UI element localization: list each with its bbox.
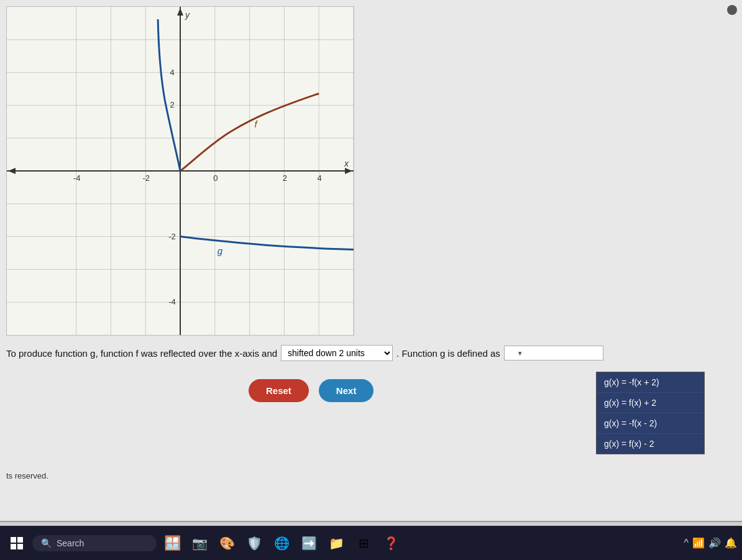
graph-container: y x 4 2 -2 -4 -2 -4 0 2 4 f [6,6,354,336]
buttons-row: Reset Next [249,379,373,402]
graph-svg: y x 4 2 -2 -4 -2 -4 0 2 4 f [7,7,354,335]
dropdown-item-1[interactable]: g(x) = f(x) + 2 [597,393,704,413]
svg-text:4: 4 [170,68,174,77]
svg-text:g: g [218,246,223,256]
dropdown-item-3[interactable]: g(x) = f(x) - 2 [597,434,704,454]
system-tray: ^ 📶 🔊 🔔 [684,537,737,549]
transformation-dropdown[interactable]: shifted down 2 units shifted up 2 units … [281,345,393,361]
svg-text:-2: -2 [168,232,176,241]
svg-text:0: 0 [213,173,218,183]
svg-text:y: y [185,10,190,20]
svg-text:-4: -4 [168,297,176,306]
taskbar-shield[interactable]: 🛡️ [242,531,266,555]
dropdown-item-0[interactable]: g(x) = -f(x + 2) [597,372,704,393]
status-indicator [727,5,737,15]
taskbar-search[interactable]: 🔍 Search [32,535,157,551]
svg-text:-4: -4 [73,173,81,183]
svg-text:2: 2 [283,173,287,183]
tray-notification[interactable]: 🔔 [725,537,737,549]
taskbar-color-app[interactable]: 🎨 [215,531,239,555]
tray-volume[interactable]: 🔊 [708,537,721,549]
taskbar-grid[interactable]: ⊞ [352,531,375,555]
problem-text-before: To produce function g, function f was re… [6,348,277,359]
search-text: Search [57,538,84,548]
svg-text:-2: -2 [142,173,150,183]
windows-start-button[interactable] [5,531,29,555]
svg-text:2: 2 [170,100,174,109]
function-g-dropdown-menu[interactable]: g(x) = -f(x + 2) g(x) = f(x) + 2 g(x) = … [596,372,705,454]
reset-button[interactable]: Reset [249,379,309,402]
taskbar-help[interactable]: ❓ [379,531,403,555]
windows-icon [11,537,23,549]
taskbar-folder[interactable]: 📁 [324,531,348,555]
next-button[interactable]: Next [319,379,374,402]
function-g-dropdown[interactable] [504,346,603,360]
taskbar: 🔍 Search 🪟 📷 🎨 🛡️ 🌐 ➡️ 📁 ⊞ ❓ ^ 📶 🔊 🔔 [0,526,742,560]
tray-icons: ^ 📶 🔊 🔔 [684,537,737,549]
search-icon: 🔍 [41,538,52,548]
problem-text-after: . Function g is defined as [396,348,500,359]
svg-text:4: 4 [318,173,322,183]
copyright-text: ts reserved. [6,471,48,480]
taskbar-camera[interactable]: 📷 [188,531,211,555]
dropdown-item-2[interactable]: g(x) = -f(x - 2) [597,413,704,434]
taskbar-edge[interactable]: 🌐 [270,531,293,555]
main-content: y x 4 2 -2 -4 -2 -4 0 2 4 f [0,0,742,522]
tray-network[interactable]: 📶 [692,537,705,549]
taskbar-file-explorer[interactable]: 🪟 [160,531,184,555]
svg-text:x: x [344,158,349,168]
tray-chevron-up[interactable]: ^ [684,538,689,549]
problem-text: To produce function g, function f was re… [6,345,736,361]
taskbar-arrow[interactable]: ➡️ [297,531,321,555]
